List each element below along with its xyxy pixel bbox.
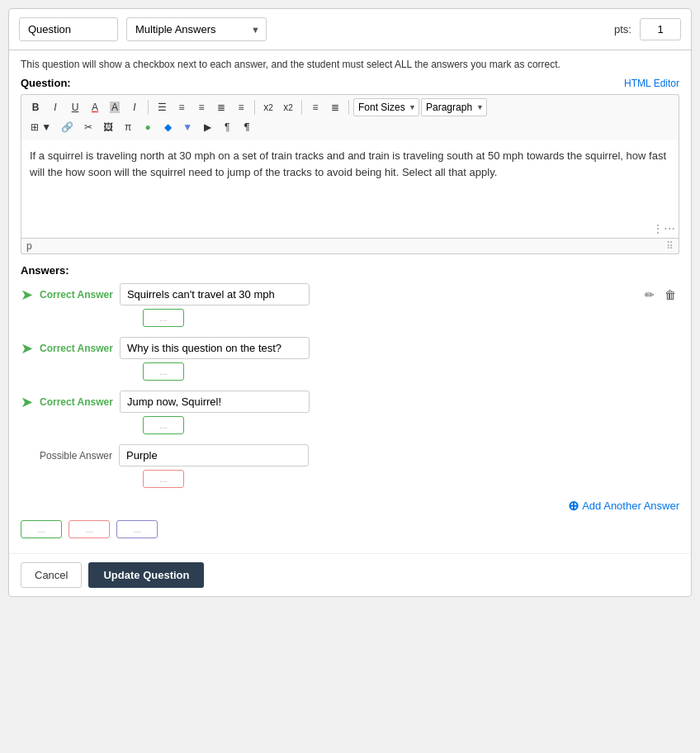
folder-icons-2: ... [143, 362, 679, 381]
question-editor-container: Multiple Answers ▼ pts: This question wi… [8, 8, 692, 597]
paragraph-wrapper: Paragraph ▼ [421, 98, 487, 116]
toolbar-separator-4 [348, 100, 349, 115]
question-label-row: Question: HTML Editor [21, 77, 679, 89]
add-answer-plus-icon: ⊕ [568, 498, 579, 514]
bottom-folder-icon-blue[interactable]: ... [116, 520, 158, 538]
pi-button[interactable]: π [119, 118, 137, 136]
bottom-folder-icon-green[interactable]: ... [21, 520, 62, 538]
add-answer-row: ⊕ Add Another Answer [21, 498, 679, 514]
correct-label-3: Correct Answer [40, 396, 113, 408]
superscript-button[interactable]: x2 [259, 98, 277, 116]
folder-dots-3: ... [159, 420, 167, 430]
edit-answer-1-button[interactable]: ✏ [641, 287, 658, 303]
folder-icon-4[interactable]: ... [143, 470, 184, 488]
answer-row-3: ➤ Correct Answer [21, 391, 679, 413]
toolbar-separator-2 [254, 100, 255, 115]
folder-dots-1: ... [159, 313, 167, 323]
answer-input-1[interactable] [120, 283, 310, 305]
bottom-folder-icon-pink[interactable]: ... [69, 520, 110, 538]
resize-handle: ⋮⋯ [652, 223, 675, 234]
correct-arrow-icon-1: ➤ [21, 286, 33, 304]
answer-row-2: ➤ Correct Answer [21, 337, 679, 359]
possible-label-4: Possible Answer [40, 450, 112, 462]
bottom-folder-dots-3: ... [133, 524, 140, 534]
bottom-folder-row: ... ... ... [21, 520, 679, 538]
strikethrough-button[interactable]: Ι [125, 98, 144, 116]
answer-type-wrapper: Multiple Answers ▼ [126, 17, 267, 41]
video-button[interactable]: ▶ [198, 118, 216, 136]
correct-label-2: Correct Answer [40, 343, 113, 354]
font-size-select[interactable]: Font Sizes [353, 98, 419, 116]
answer-block-1: ➤ Correct Answer ✏ 🗑 ... [21, 283, 679, 327]
paragraph-mark-button[interactable]: ¶ [218, 118, 236, 136]
answer-row-4: ➤ Possible Answer [21, 444, 679, 466]
folder-icon-3[interactable]: ... [143, 416, 184, 434]
answer-input-3[interactable] [120, 391, 310, 413]
body-section: This question will show a checkbox next … [9, 50, 691, 553]
answer-input-2[interactable] [120, 337, 310, 359]
highlight-button[interactable]: A [106, 98, 124, 116]
add-answer-label: Add Another Answer [582, 500, 679, 512]
folder-dots-2: ... [159, 367, 167, 376]
folder-icon-1[interactable]: ... [143, 309, 184, 327]
bottom-folder-dots-2: ... [85, 524, 92, 534]
link-button[interactable]: 🔗 [57, 118, 78, 136]
circle-button[interactable]: ● [139, 118, 157, 136]
font-color-button[interactable]: A [86, 98, 104, 116]
description-text: This question will show a checkbox next … [21, 59, 679, 70]
editor-area[interactable]: If a squirrel is traveling north at 30 m… [21, 140, 679, 239]
toolbar-row-1: B I U A A Ι ☰ ≡ ≡ ≣ ≡ x2 x2 ≡ ≣ [26, 98, 674, 116]
folder-dots-4: ... [159, 474, 167, 484]
header-row: Multiple Answers ▼ pts: [9, 9, 691, 50]
align-justify-button[interactable]: ≣ [212, 98, 230, 116]
resize-dots-icon: ⠿ [666, 240, 674, 252]
add-answer-button[interactable]: ⊕ Add Another Answer [568, 498, 679, 514]
editor-tag: p [26, 240, 32, 252]
italic-button[interactable]: I [46, 98, 64, 116]
folder-icons-3: ... [143, 416, 679, 434]
font-size-wrapper: Font Sizes ▼ [353, 98, 419, 116]
toolbar-separator-3 [301, 100, 302, 115]
dropbox-button[interactable]: ◆ [158, 118, 177, 136]
bold-button[interactable]: B [26, 98, 45, 116]
toolbar-separator-1 [148, 100, 149, 115]
underline-button[interactable]: U [66, 98, 84, 116]
numbering-button[interactable]: ≣ [326, 98, 344, 116]
align-left-button[interactable]: ☰ [153, 98, 171, 116]
folder-icons-4: ... [143, 470, 679, 488]
editor-content: If a squirrel is traveling north at 30 m… [30, 149, 666, 178]
answers-label: Answers: [21, 264, 679, 277]
folder-icon-2[interactable]: ... [143, 362, 184, 381]
align-right-button[interactable]: ≡ [192, 98, 210, 116]
delete-answer-1-button[interactable]: 🗑 [661, 287, 679, 303]
toolbar-row-2: ⊞ ▼ 🔗 ✂ 🖼 π ● ◆ ▼ ▶ ¶ ¶̈ [26, 118, 674, 136]
scissors-button[interactable]: ✂ [79, 118, 97, 136]
editor-toolbar: B I U A A Ι ☰ ≡ ≡ ≣ ≡ x2 x2 ≡ ≣ [21, 94, 679, 140]
correct-label-1: Correct Answer [40, 289, 113, 301]
answer-type-select[interactable]: Multiple Answers [126, 17, 267, 41]
image-button[interactable]: 🖼 [99, 118, 117, 136]
align-extra-button[interactable]: ≡ [232, 98, 250, 116]
pilcrow-button[interactable]: ¶̈ [238, 118, 256, 136]
correct-arrow-icon-3: ➤ [21, 393, 33, 411]
html-editor-link[interactable]: HTML Editor [624, 78, 679, 89]
align-center-button[interactable]: ≡ [173, 98, 191, 116]
table-button[interactable]: ⊞ ▼ [26, 118, 55, 136]
answer-block-4: ➤ Possible Answer ... [21, 444, 679, 488]
editor-footer: p ⠿ [21, 239, 679, 254]
bullets-button[interactable]: ≡ [306, 98, 324, 116]
subscript-button[interactable]: x2 [279, 98, 297, 116]
paragraph-select[interactable]: Paragraph [421, 98, 487, 116]
down-button[interactable]: ▼ [178, 118, 196, 136]
answer-block-2: ➤ Correct Answer ... [21, 337, 679, 381]
bottom-folder-dots-1: ... [37, 524, 45, 534]
cancel-button[interactable]: Cancel [21, 562, 82, 588]
answer-actions-1: ✏ 🗑 [641, 287, 679, 303]
answer-input-4[interactable] [119, 444, 309, 466]
pts-input[interactable] [640, 18, 681, 40]
question-type-input[interactable] [19, 17, 118, 41]
update-question-button[interactable]: Update Question [88, 562, 204, 588]
folder-icons-1: ... [143, 309, 679, 327]
answer-row-1: ➤ Correct Answer ✏ 🗑 [21, 283, 679, 305]
correct-arrow-icon-2: ➤ [21, 339, 33, 358]
